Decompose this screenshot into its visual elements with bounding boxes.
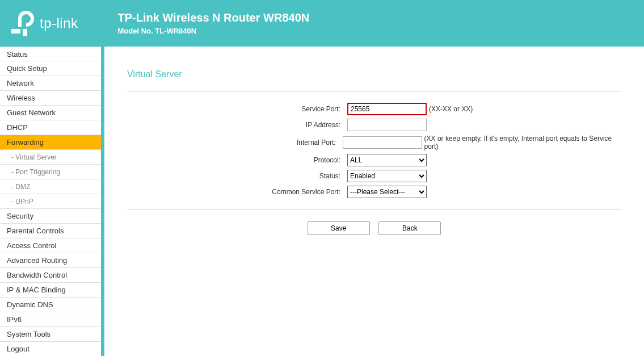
internal-port-hint: (XX or keep empty. If it's empty, Intern… <box>424 135 621 150</box>
common-service-port-select[interactable]: ---Please Select--- <box>347 186 427 198</box>
header-title: TP-Link Wireless N Router WR840N <box>118 11 310 24</box>
svg-rect-0 <box>11 29 20 33</box>
sidebar-item-forwarding[interactable]: Forwarding <box>0 135 101 150</box>
status-label: Status: <box>127 172 347 180</box>
sidebar-item-wireless[interactable]: Wireless <box>0 91 101 106</box>
sidebar-item-ipv6[interactable]: IPv6 <box>0 312 101 327</box>
sidebar-sub-dmz[interactable]: - DMZ <box>0 179 101 194</box>
internal-port-label: Internal Port: <box>127 139 343 146</box>
page-title: Virtual Server <box>127 69 621 91</box>
sidebar-item-logout[interactable]: Logout <box>0 342 101 356</box>
sidebar-item-dhcp[interactable]: DHCP <box>0 120 101 135</box>
sidebar-item-guest-network[interactable]: Guest Network <box>0 106 101 120</box>
divider <box>127 210 621 210</box>
sidebar-item-ip-mac-binding[interactable]: IP & MAC Binding <box>0 283 101 298</box>
sidebar-sub-port-triggering[interactable]: - Port Triggering <box>0 165 101 179</box>
internal-port-input[interactable] <box>343 136 422 149</box>
sidebar-item-advanced-routing[interactable]: Advanced Routing <box>0 253 101 268</box>
brand-logo: tp-link <box>11 11 78 36</box>
svg-rect-1 <box>23 29 27 36</box>
save-button[interactable]: Save <box>308 221 370 235</box>
sidebar-item-status[interactable]: Status <box>0 47 101 61</box>
sidebar-item-network[interactable]: Network <box>0 76 101 91</box>
header: tp-link TP-Link Wireless N Router WR840N… <box>0 0 644 47</box>
sidebar: Status Quick Setup Network Wireless Gues… <box>0 47 101 356</box>
protocol-label: Protocol: <box>127 156 347 164</box>
ip-address-input[interactable] <box>347 119 427 131</box>
sidebar-item-bandwidth-control[interactable]: Bandwidth Control <box>0 268 101 283</box>
ip-address-label: IP Address: <box>127 121 347 129</box>
back-button[interactable]: Back <box>378 221 441 235</box>
status-select[interactable]: Enabled <box>347 170 427 182</box>
sidebar-item-parental-controls[interactable]: Parental Controls <box>0 224 101 238</box>
header-subtitle: Model No. TL-WR840N <box>118 27 310 35</box>
service-port-hint: (XX-XX or XX) <box>429 105 473 113</box>
tplink-logo-icon <box>11 11 34 36</box>
common-service-port-label: Common Service Port: <box>127 188 347 196</box>
sidebar-item-security[interactable]: Security <box>0 209 101 224</box>
service-port-input[interactable] <box>347 103 427 115</box>
sidebar-sub-virtual-server[interactable]: - Virtual Server <box>0 150 101 165</box>
sidebar-item-dynamic-dns[interactable]: Dynamic DNS <box>0 298 101 312</box>
sidebar-sub-upnp[interactable]: - UPnP <box>0 194 101 209</box>
protocol-select[interactable]: ALL <box>347 154 427 166</box>
sidebar-item-access-control[interactable]: Access Control <box>0 238 101 253</box>
sidebar-item-quick-setup[interactable]: Quick Setup <box>0 61 101 76</box>
content: Virtual Server Service Port: (XX-XX or X… <box>104 47 644 356</box>
sidebar-item-system-tools[interactable]: System Tools <box>0 327 101 342</box>
service-port-label: Service Port: <box>127 105 347 113</box>
brand-text: tp-link <box>40 15 78 31</box>
